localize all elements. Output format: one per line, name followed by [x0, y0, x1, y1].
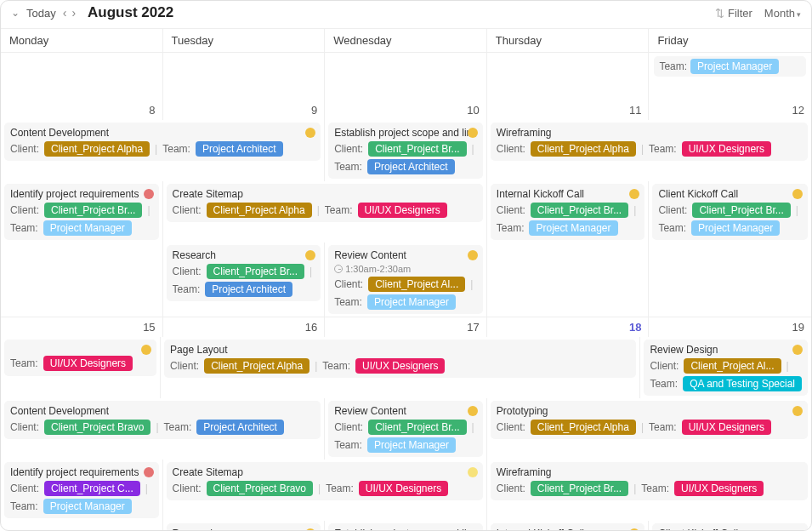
next-month-icon[interactable]: ›: [71, 6, 76, 20]
collapse-icon[interactable]: ⌄: [11, 7, 20, 19]
filter-button[interactable]: ⇅ Filter: [715, 7, 752, 20]
prev-month-icon[interactable]: ‹: [63, 6, 67, 20]
team-tag[interactable]: Project Architect: [196, 420, 284, 435]
day-cell[interactable]: Create Sitemap Client: Client_Project Br…: [163, 460, 487, 521]
client-tag[interactable]: Client_Project Al...: [684, 358, 781, 374]
today-button[interactable]: Today: [26, 7, 56, 20]
event-client-kickoff[interactable]: Client Kickoff Call Client: Client_Proje…: [652, 523, 808, 530]
event-prototyping[interactable]: Prototyping Client: Client_Project Alpha…: [491, 401, 808, 439]
client-tag[interactable]: Client_Project C...: [44, 481, 140, 496]
event-page-layout[interactable]: Page Layout Client: Client_Project Alpha…: [164, 340, 636, 378]
client-tag[interactable]: Client_Project Br...: [692, 203, 790, 218]
event-fragment[interactable]: Team: Project Manager: [654, 56, 806, 77]
day-cell[interactable]: [325, 53, 487, 100]
event-research[interactable]: Research Client: Client_Project C... | T…: [167, 523, 321, 530]
day-number-today[interactable]: 18: [487, 317, 650, 337]
day-number[interactable]: 9: [163, 100, 326, 120]
day-cell[interactable]: Research Client: Client_Project C... | T…: [163, 521, 326, 530]
day-cell[interactable]: Research Client: Client_Project Br... | …: [163, 243, 326, 317]
client-tag[interactable]: Client_Project Br...: [368, 141, 466, 157]
day-cell[interactable]: Identify project requirements Client: Cl…: [1, 460, 163, 521]
team-tag[interactable]: UI/UX Designers: [358, 203, 447, 218]
team-tag[interactable]: Project Architect: [205, 282, 292, 297]
event-internal-kickoff[interactable]: Internal Kickoff Call Client: Client_Pro…: [491, 184, 645, 240]
client-tag[interactable]: Client_Project Alpha: [204, 358, 309, 374]
day-cell[interactable]: Prototyping Client: Client_Project Alpha…: [487, 398, 811, 460]
event-content-development[interactable]: Content Development Client: Client_Proje…: [4, 401, 321, 439]
day-number[interactable]: 10: [325, 100, 487, 120]
client-tag[interactable]: Client_Project Br...: [531, 203, 628, 218]
client-tag[interactable]: Client_Project Alpha: [207, 203, 312, 218]
team-tag[interactable]: UI/UX Designers: [355, 358, 445, 374]
team-tag[interactable]: Project Manager: [43, 220, 132, 236]
day-cell[interactable]: Internal Kickoff Call Client: Client_Pro…: [487, 521, 650, 530]
team-tag[interactable]: UI/UX Designers: [674, 481, 764, 496]
day-number[interactable]: 15: [1, 317, 163, 337]
day-cell[interactable]: Team: UI/UX Designers: [1, 337, 161, 398]
day-cell[interactable]: [649, 243, 811, 317]
event-establish-scope[interactable]: Establish project scope and lin Client: …: [328, 123, 483, 179]
event-wireframing[interactable]: Wireframing Client: Client_Project Alpha…: [491, 123, 808, 161]
team-tag[interactable]: Project Manager: [367, 437, 456, 453]
team-tag[interactable]: Project Manager: [43, 499, 132, 514]
client-tag[interactable]: Client_Project Br...: [531, 481, 628, 496]
day-number[interactable]: 16: [163, 317, 326, 337]
day-cell[interactable]: Establish project scope and lin Client: …: [325, 521, 487, 530]
team-tag[interactable]: Project Manager: [529, 220, 617, 236]
day-cell[interactable]: Review Content Client: Client_Project Br…: [325, 398, 487, 460]
event-client-kickoff[interactable]: Client Kickoff Call Client: Client_Proje…: [652, 184, 808, 240]
event-internal-kickoff[interactable]: Internal Kickoff Call Client: Client_Pro…: [491, 523, 645, 530]
client-tag[interactable]: Client_Project Br...: [368, 420, 466, 435]
event-identify-requirements[interactable]: Identify project requirements Client: Cl…: [4, 462, 159, 518]
event-research[interactable]: Research Client: Client_Project Br... | …: [167, 245, 321, 301]
day-cell[interactable]: Internal Kickoff Call Client: Client_Pro…: [487, 181, 650, 243]
event-wireframing[interactable]: Wireframing Client: Client_Project Br...…: [491, 462, 808, 500]
team-tag[interactable]: Project Manager: [690, 59, 779, 74]
day-cell[interactable]: [487, 53, 650, 100]
day-cell[interactable]: [1, 53, 163, 100]
team-tag[interactable]: QA and Testing Special: [683, 376, 802, 391]
day-cell[interactable]: Review Content 1:30am-2:30am Client: Cli…: [325, 243, 487, 317]
client-tag[interactable]: Client_Project Alpha: [531, 141, 636, 157]
view-dropdown[interactable]: Month▾: [764, 7, 801, 20]
event-fragment[interactable]: Team: UI/UX Designers: [4, 340, 156, 376]
client-tag[interactable]: Client_Project Alpha: [44, 141, 150, 157]
day-number[interactable]: 12: [649, 100, 811, 120]
event-create-sitemap[interactable]: Create Sitemap Client: Client_Project Al…: [167, 184, 483, 222]
day-cell[interactable]: [1, 521, 163, 530]
event-review-design[interactable]: Review Design Client: Client_Project Al.…: [644, 340, 808, 396]
team-tag[interactable]: Project Architect: [367, 159, 455, 174]
day-cell-selected[interactable]: Wireframing Client: Client_Project Alpha…: [487, 120, 811, 181]
day-cell[interactable]: Client Kickoff Call Client: Client_Proje…: [649, 521, 811, 530]
event-review-content[interactable]: Review Content 1:30am-2:30am Client: Cli…: [328, 245, 483, 314]
day-cell[interactable]: Create Sitemap Client: Client_Project Al…: [163, 181, 487, 243]
event-review-content[interactable]: Review Content Client: Client_Project Br…: [328, 401, 483, 457]
team-tag[interactable]: UI/UX Designers: [682, 141, 771, 157]
day-number[interactable]: 19: [649, 317, 811, 337]
team-tag[interactable]: Project Manager: [367, 294, 456, 310]
event-content-development[interactable]: Content Development Client: Client_Proje…: [4, 123, 321, 161]
day-number[interactable]: 8: [1, 100, 163, 120]
team-tag[interactable]: Project Manager: [691, 220, 780, 236]
day-cell[interactable]: Wireframing Client: Client_Project Br...…: [487, 460, 811, 521]
team-tag[interactable]: Project Architect: [196, 141, 283, 157]
day-cell[interactable]: Team: Project Manager: [649, 53, 811, 100]
day-number[interactable]: 11: [487, 100, 650, 120]
day-number[interactable]: 17: [325, 317, 487, 337]
day-cell[interactable]: Content Development Client: Client_Proje…: [1, 398, 325, 460]
client-tag[interactable]: Client_Project Br...: [44, 203, 142, 218]
day-cell[interactable]: Identify project requirements Client: Cl…: [1, 181, 163, 243]
team-tag[interactable]: UI/UX Designers: [359, 481, 448, 496]
day-cell[interactable]: [487, 243, 650, 317]
day-cell[interactable]: Content Development Client: Client_Proje…: [1, 120, 325, 181]
day-cell[interactable]: Establish project scope and lin Client: …: [325, 120, 487, 181]
client-tag[interactable]: Client_Project Bravo: [44, 420, 150, 435]
client-tag[interactable]: Client_Project Br...: [207, 264, 304, 279]
day-cell[interactable]: [1, 243, 163, 317]
day-cell[interactable]: Review Design Client: Client_Project Al.…: [640, 337, 811, 398]
day-cell[interactable]: [163, 53, 326, 100]
event-create-sitemap[interactable]: Create Sitemap Client: Client_Project Br…: [167, 462, 483, 500]
event-identify-requirements[interactable]: Identify project requirements Client: Cl…: [4, 184, 159, 240]
day-cell[interactable]: Client Kickoff Call Client: Client_Proje…: [649, 181, 811, 243]
client-tag[interactable]: Client_Project Bravo: [207, 481, 313, 496]
